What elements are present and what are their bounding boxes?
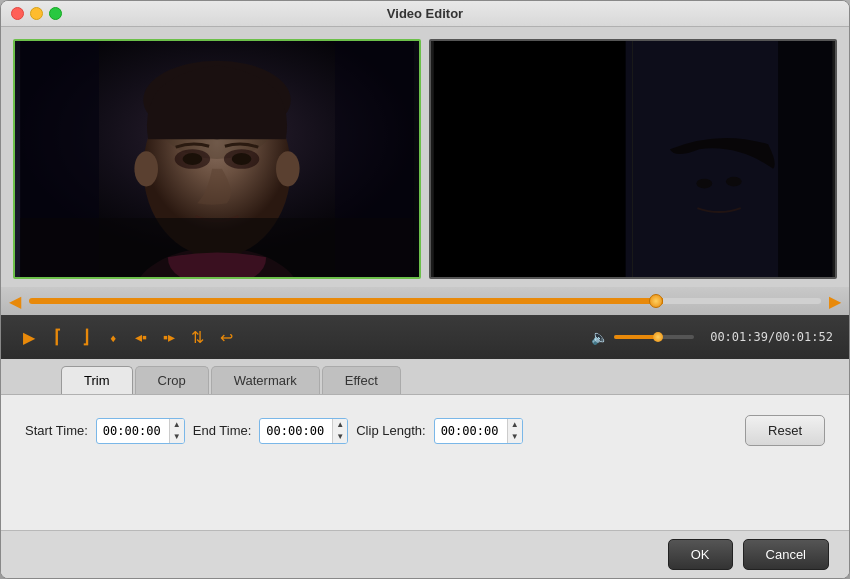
end-time-spinner: ▲ ▼ — [332, 419, 347, 443]
svg-point-22 — [696, 179, 712, 189]
timeline-bar[interactable]: ◀ ▶ — [1, 287, 849, 315]
right-preview-panel — [429, 39, 837, 279]
bottom-bar: OK Cancel — [1, 530, 849, 578]
controls-bar: ▶ ⌈ ⌋ ⬧ ◂▪ ▪▸ ⇅ ↩ 🔈 00:01:39/00:01:52 — [1, 315, 849, 359]
video-editor-window: Video Editor — [0, 0, 850, 579]
end-time-up[interactable]: ▲ — [333, 419, 347, 431]
end-time-input[interactable] — [260, 421, 332, 441]
svg-point-10 — [134, 151, 158, 186]
left-preview-panel — [13, 39, 421, 279]
start-time-spinner: ▲ ▼ — [169, 419, 184, 443]
start-time-label: Start Time: — [25, 423, 88, 438]
svg-point-8 — [183, 153, 203, 165]
volume-thumb[interactable] — [653, 332, 663, 342]
ok-button[interactable]: OK — [668, 539, 733, 570]
end-time-input-group[interactable]: ▲ ▼ — [259, 418, 348, 444]
start-time-input-group[interactable]: ▲ ▼ — [96, 418, 185, 444]
content-area: Start Time: ▲ ▼ End Time: ▲ ▼ Clip Lengt… — [1, 395, 849, 530]
end-time-down[interactable]: ▼ — [333, 431, 347, 443]
tab-effect[interactable]: Effect — [322, 366, 401, 394]
time-display: 00:01:39/00:01:52 — [710, 330, 833, 344]
traffic-lights — [11, 7, 62, 20]
start-time-down[interactable]: ▼ — [170, 431, 184, 443]
play-button[interactable]: ▶ — [17, 324, 41, 351]
clip-length-spinner: ▲ ▼ — [507, 419, 522, 443]
svg-rect-20 — [434, 41, 636, 277]
mark-out-button[interactable]: ⌋ — [73, 322, 97, 352]
volume-fill — [614, 335, 658, 339]
svg-point-11 — [276, 151, 300, 186]
clip-length-input-group[interactable]: ▲ ▼ — [434, 418, 523, 444]
svg-rect-24 — [778, 41, 832, 277]
timeline-left-arrow-icon: ◀ — [9, 292, 21, 311]
minimize-button[interactable] — [30, 7, 43, 20]
clip-length-down[interactable]: ▼ — [508, 431, 522, 443]
reset-button[interactable]: Reset — [745, 415, 825, 446]
svg-point-9 — [232, 153, 252, 165]
volume-area: 🔈 — [591, 329, 694, 345]
start-time-up[interactable]: ▲ — [170, 419, 184, 431]
left-video-frame — [15, 41, 419, 277]
right-video-frame — [431, 41, 835, 277]
preview-area — [1, 27, 849, 287]
svg-point-23 — [726, 177, 742, 187]
start-time-input[interactable] — [97, 421, 169, 441]
undo-button[interactable]: ↩ — [214, 324, 239, 351]
close-button[interactable] — [11, 7, 24, 20]
tab-watermark[interactable]: Watermark — [211, 366, 320, 394]
split-button[interactable]: ⬧ — [101, 325, 125, 349]
maximize-button[interactable] — [49, 7, 62, 20]
mark-in-button[interactable]: ⌈ — [45, 322, 69, 352]
clip-length-input[interactable] — [435, 421, 507, 441]
volume-icon: 🔈 — [591, 329, 608, 345]
end-time-label: End Time: — [193, 423, 252, 438]
volume-track[interactable] — [614, 335, 694, 339]
tabs-bar: Trim Crop Watermark Effect — [1, 359, 849, 395]
timeline-right-arrow-icon: ▶ — [829, 292, 841, 311]
tab-trim[interactable]: Trim — [61, 366, 133, 394]
tab-crop[interactable]: Crop — [135, 366, 209, 394]
prev-frame-button[interactable]: ◂▪ — [129, 325, 153, 349]
cancel-button[interactable]: Cancel — [743, 539, 829, 570]
trim-controls-row: Start Time: ▲ ▼ End Time: ▲ ▼ Clip Lengt… — [25, 415, 825, 446]
swap-button[interactable]: ⇅ — [185, 324, 210, 351]
scrubber-track[interactable] — [29, 298, 821, 304]
clip-length-label: Clip Length: — [356, 423, 425, 438]
scrubber-thumb[interactable] — [649, 294, 663, 308]
clip-length-up[interactable]: ▲ — [508, 419, 522, 431]
next-frame-button[interactable]: ▪▸ — [157, 325, 181, 349]
titlebar: Video Editor — [1, 1, 849, 27]
window-title: Video Editor — [387, 6, 463, 21]
